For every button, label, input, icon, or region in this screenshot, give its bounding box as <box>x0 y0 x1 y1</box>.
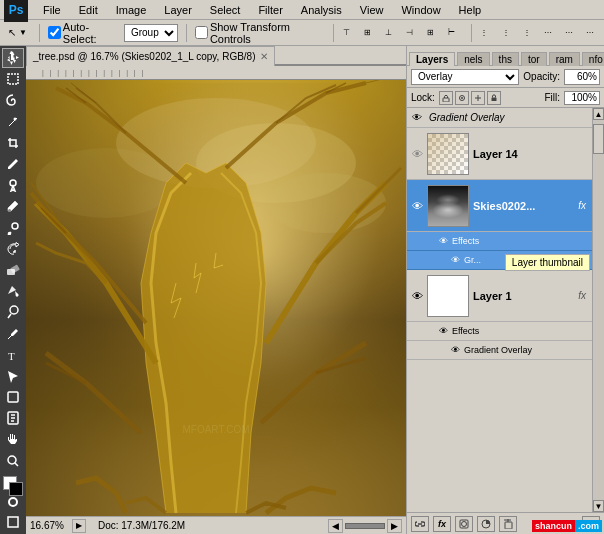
type-tool-icon[interactable]: T <box>2 345 24 365</box>
move-tool-button[interactable]: ↖ ▼ <box>4 25 31 40</box>
brush-tool-icon[interactable] <box>2 196 24 216</box>
add-mask-button[interactable] <box>455 516 473 532</box>
shape-tool-icon[interactable] <box>2 387 24 407</box>
align-right-button[interactable]: ⊢ <box>447 25 462 41</box>
scroll-thumb-h[interactable] <box>345 523 385 529</box>
layer14-visibility[interactable]: 👁 <box>409 146 425 162</box>
menu-window[interactable]: Window <box>398 4 443 16</box>
pen-tool-icon[interactable] <box>2 323 24 343</box>
move-tool-arrow: ▼ <box>19 28 27 37</box>
healing-brush-icon[interactable] <box>2 175 24 195</box>
tab-actions[interactable]: ram <box>549 52 580 66</box>
distribute-vc-button[interactable]: ⋮ <box>501 25 516 41</box>
add-style-button[interactable]: fx <box>433 516 451 532</box>
effects-eye-icon2[interactable]: 👁 <box>451 255 460 265</box>
distribute-top-button[interactable]: ⋮ <box>479 25 494 41</box>
align-bottom-button[interactable]: ⊥ <box>384 25 399 41</box>
layer-item-layer14[interactable]: 👁 Layer 14 <box>407 128 592 180</box>
dodge-tool-icon[interactable] <box>2 302 24 322</box>
auto-select-checkbox[interactable] <box>48 26 61 39</box>
distribute-hc-button[interactable]: ⋯ <box>564 25 579 41</box>
fill-input[interactable] <box>564 91 600 105</box>
effects-eye-icon4[interactable]: 👁 <box>451 345 460 355</box>
menu-select[interactable]: Select <box>207 4 244 16</box>
tab-channels[interactable]: nels <box>457 52 489 66</box>
tab-paths[interactable]: ths <box>492 52 519 66</box>
scroll-down-button[interactable]: ▼ <box>593 500 604 512</box>
quick-mask-icon[interactable] <box>8 497 18 507</box>
menu-analysis[interactable]: Analysis <box>298 4 345 16</box>
foreground-color[interactable] <box>9 482 23 496</box>
distribute-bottom-button[interactable]: ⋮ <box>522 25 537 41</box>
skies0202-visibility[interactable]: 👁 <box>409 198 425 214</box>
scroll-track[interactable] <box>593 120 604 500</box>
zoom-tool-icon[interactable] <box>2 451 24 471</box>
align-top-button[interactable]: ⊤ <box>342 25 357 41</box>
layer1-visibility[interactable]: 👁 <box>409 288 425 304</box>
align-left-button[interactable]: ⊣ <box>405 25 420 41</box>
crop-tool-icon[interactable] <box>2 133 24 153</box>
zoom-menu-button[interactable]: ▶ <box>72 519 86 533</box>
tab-close-button[interactable]: ✕ <box>260 51 268 62</box>
ruler-h-marks: | | | | | | | | | | | | | | <box>42 69 143 76</box>
new-fill-layer-button[interactable] <box>477 516 495 532</box>
selection-tool-icon[interactable] <box>2 69 24 89</box>
canvas-content[interactable]: MFOART.COM <box>26 80 406 516</box>
menu-filter[interactable]: Filter <box>255 4 285 16</box>
align-hcenter-button[interactable]: ⊞ <box>426 25 441 41</box>
layer1-eye-icon: 👁 <box>412 290 423 302</box>
menu-layer[interactable]: Layer <box>161 4 195 16</box>
tab-layers[interactable]: Layers <box>409 52 455 66</box>
visibility-eye-gradient[interactable]: 👁 <box>409 110 425 126</box>
tab-hist[interactable]: tor <box>521 52 547 66</box>
eraser-tool-icon[interactable] <box>2 260 24 280</box>
magic-wand-icon[interactable] <box>2 112 24 132</box>
effects-eye-icon3[interactable]: 👁 <box>439 326 448 336</box>
clone-stamp-icon[interactable] <box>2 218 24 238</box>
auto-select-dropdown[interactable]: Group Layer <box>124 24 178 42</box>
svg-rect-0 <box>8 74 18 84</box>
menu-edit[interactable]: Edit <box>76 4 101 16</box>
menu-view[interactable]: View <box>357 4 387 16</box>
opacity-input[interactable] <box>564 69 600 85</box>
screen-mode-icon[interactable] <box>2 512 24 532</box>
svg-rect-26 <box>443 98 449 102</box>
menu-help[interactable]: Help <box>456 4 485 16</box>
menu-image[interactable]: Image <box>113 4 150 16</box>
distribute-left-button[interactable]: ⋯ <box>543 25 558 41</box>
canvas-image: MFOART.COM <box>26 80 406 516</box>
notes-tool-icon[interactable] <box>2 408 24 428</box>
foreground-bg-colors[interactable] <box>3 476 23 496</box>
path-selection-icon[interactable] <box>2 366 24 386</box>
scroll-left-button[interactable]: ◀ <box>328 519 343 533</box>
lasso-tool-icon[interactable] <box>2 90 24 110</box>
lock-transparent-button[interactable] <box>439 91 453 105</box>
new-layer-button[interactable] <box>499 516 517 532</box>
scroll-right-button[interactable]: ▶ <box>387 519 402 533</box>
align-vcenter-button[interactable]: ⊞ <box>363 25 378 41</box>
svg-rect-29 <box>491 97 496 101</box>
document-tab[interactable]: _tree.psd @ 16.7% (Skies0202_1_L copy, R… <box>26 46 275 66</box>
scroll-thumb[interactable] <box>593 124 604 154</box>
show-transform-checkbox[interactable] <box>195 26 208 39</box>
layer-item-skies0202[interactable]: 👁 Skies0202... fx <box>407 180 592 232</box>
lock-all-button[interactable] <box>487 91 501 105</box>
tab-info[interactable]: nfo <box>582 52 604 66</box>
menu-file[interactable]: File <box>40 4 64 16</box>
svg-text:T: T <box>8 350 15 362</box>
link-layers-button[interactable] <box>411 516 429 532</box>
opacity-label: Opacity: <box>523 71 560 82</box>
layer-item-layer1[interactable]: 👁 Layer 1 fx <box>407 270 592 322</box>
effects-eye-icon1[interactable]: 👁 <box>439 236 448 246</box>
eyedropper-icon[interactable] <box>2 154 24 174</box>
panel-content: Overlay Normal Multiply Screen Hard Ligh… <box>407 66 604 534</box>
scroll-up-button[interactable]: ▲ <box>593 108 604 120</box>
blend-mode-select[interactable]: Overlay Normal Multiply Screen Hard Ligh… <box>411 69 519 85</box>
distribute-right-button[interactable]: ⋯ <box>585 25 600 41</box>
paint-bucket-icon[interactable] <box>2 281 24 301</box>
history-brush-icon[interactable] <box>2 239 24 259</box>
hand-tool-icon[interactable] <box>2 429 24 449</box>
lock-image-button[interactable] <box>455 91 469 105</box>
move-tool-icon[interactable] <box>2 48 24 68</box>
lock-position-button[interactable] <box>471 91 485 105</box>
